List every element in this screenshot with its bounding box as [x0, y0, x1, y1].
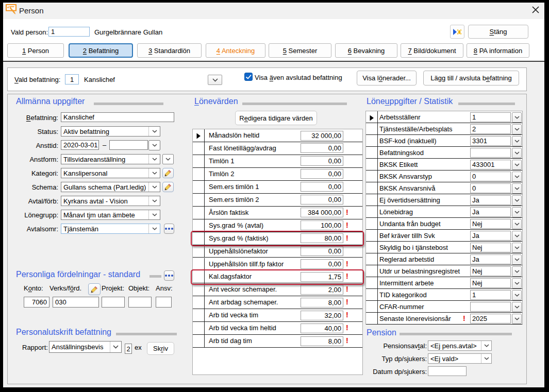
- field-combo[interactable]: Tillsvidareanställning: [61, 154, 160, 164]
- chevron-down-icon[interactable]: [148, 155, 160, 164]
- row-value-input[interactable]: 32,00: [301, 311, 343, 320]
- row-value-input[interactable]: Ja: [470, 254, 511, 264]
- row-value-input[interactable]: [470, 148, 511, 158]
- row-value-input[interactable]: Nej: [470, 243, 511, 252]
- close-window-button[interactable]: Stäng: [468, 25, 528, 39]
- row-value-input[interactable]: 0,00: [301, 156, 343, 166]
- row-dropdown-button[interactable]: [512, 195, 522, 206]
- row-value-input[interactable]: 3301: [470, 136, 511, 146]
- row-value-input[interactable]: 2025: [470, 314, 511, 323]
- personliga-input[interactable]: [156, 297, 172, 308]
- row-dropdown-button[interactable]: [512, 207, 522, 217]
- personliga-input[interactable]: 7060: [24, 297, 49, 308]
- row-value-input[interactable]: 2,00: [301, 285, 343, 295]
- row-dropdown-button[interactable]: [512, 160, 522, 170]
- run-button[interactable]: [450, 25, 464, 39]
- dots-button[interactable]: [164, 224, 174, 234]
- personliga-input[interactable]: [128, 297, 152, 308]
- chevron-down-icon[interactable]: [481, 341, 491, 350]
- pencil-icon[interactable]: [88, 283, 101, 295]
- tab-pa-information[interactable]: 8 PA information: [467, 43, 529, 58]
- ansttid-from-input[interactable]: 2020-03-01: [61, 140, 99, 150]
- ansttid-dropdown-button[interactable]: [148, 140, 160, 150]
- tab-bevakning[interactable]: 6 Bevakning: [335, 43, 397, 58]
- row-dropdown-button[interactable]: [512, 266, 522, 277]
- row-dropdown-button[interactable]: [512, 124, 522, 134]
- tab-semester[interactable]: 5 Semester: [269, 43, 331, 58]
- chevron-down-icon[interactable]: [148, 168, 160, 178]
- row-dropdown-button[interactable]: [512, 231, 522, 241]
- show-ended-checkbox[interactable]: [244, 73, 253, 81]
- field-combo[interactable]: Kanslipersonal: [61, 168, 160, 178]
- personliga-dots-button[interactable]: [164, 270, 174, 281]
- row-value-input[interactable]: 0,00: [301, 143, 343, 153]
- tab-befattning[interactable]: 2 Befattning: [69, 43, 133, 58]
- tab-standardl-n[interactable]: 3 Standardlön: [137, 43, 202, 58]
- row-value-input[interactable]: 1: [470, 112, 511, 122]
- copies-input[interactable]: 2: [125, 344, 132, 354]
- row-value-input[interactable]: 1: [470, 290, 511, 300]
- pencil-icon[interactable]: [162, 182, 174, 192]
- row-value-input[interactable]: [470, 302, 511, 312]
- extra-dropdown-button[interactable]: [162, 154, 174, 164]
- chevron-down-icon[interactable]: [481, 354, 491, 363]
- pencil-icon[interactable]: [162, 168, 174, 178]
- vald-person-input[interactable]: 1: [48, 27, 90, 37]
- row-value-input[interactable]: 0: [470, 183, 511, 193]
- row-dropdown-button[interactable]: [512, 302, 522, 312]
- row-dropdown-button[interactable]: [512, 278, 522, 288]
- row-value-input[interactable]: Nej: [470, 266, 511, 276]
- visa-lonerader-button[interactable]: Visa lönerader...: [357, 71, 417, 86]
- field-combo[interactable]: Kyrkans avtal - Vision: [61, 196, 160, 206]
- redigera-button[interactable]: Redigera tidigare värden: [235, 111, 317, 125]
- row-value-input[interactable]: 0: [470, 172, 511, 181]
- row-value-input[interactable]: 40,00: [301, 323, 343, 333]
- row-value-input[interactable]: Ja: [470, 207, 511, 217]
- row-value-input[interactable]: Ja: [470, 195, 511, 205]
- row-dropdown-button[interactable]: [512, 148, 522, 158]
- personliga-input[interactable]: 030: [53, 297, 99, 308]
- befattning-number-input[interactable]: 1: [65, 74, 79, 84]
- row-value-input[interactable]: Ja: [470, 231, 511, 241]
- befattning-input[interactable]: Kanslichef: [61, 112, 174, 122]
- row-value-input[interactable]: 433001: [470, 160, 511, 169]
- row-value-input[interactable]: 0,00: [301, 195, 343, 204]
- tab-person[interactable]: 1 Person: [7, 43, 64, 58]
- row-value-input[interactable]: Nej: [470, 278, 511, 288]
- chevron-down-icon[interactable]: [110, 342, 121, 352]
- row-value-input[interactable]: 100,00: [301, 220, 343, 230]
- row-value-input[interactable]: Nej: [470, 219, 511, 229]
- row-dropdown-button[interactable]: [512, 136, 522, 146]
- row-value-input[interactable]: 0,00: [301, 259, 343, 269]
- row-value-input[interactable]: 2: [470, 124, 511, 134]
- befattning-dropdown-button[interactable]: [208, 75, 222, 85]
- rapport-combo[interactable]: Anställningsbevis: [49, 341, 122, 353]
- skriv-button[interactable]: Skriv: [147, 342, 174, 355]
- row-value-input[interactable]: 384 000,00: [301, 208, 343, 217]
- row-dropdown-button[interactable]: [512, 290, 522, 300]
- row-value-input[interactable]: 1,75: [301, 272, 343, 282]
- row-value-input[interactable]: 8,00: [301, 298, 343, 308]
- row-dropdown-button[interactable]: [512, 172, 522, 182]
- row-value-input[interactable]: 80,00: [301, 233, 343, 243]
- chevron-down-icon[interactable]: [148, 224, 160, 233]
- chevron-down-icon[interactable]: [148, 196, 160, 206]
- row-dropdown-button[interactable]: [512, 219, 522, 229]
- field-combo[interactable]: Månavl tjm utan ämbete: [61, 210, 160, 220]
- row-dropdown-button[interactable]: [512, 254, 522, 265]
- ansttid-to-input[interactable]: [109, 140, 148, 150]
- chevron-down-icon[interactable]: [148, 210, 160, 219]
- chevron-down-icon[interactable]: [148, 127, 160, 136]
- field-combo[interactable]: Gullans schema (Part.ledig): [61, 182, 160, 192]
- lagg-till-button[interactable]: Lägg till / avsluta befattning: [423, 71, 519, 86]
- tab-anteckning[interactable]: 4 Anteckning: [206, 43, 265, 58]
- field-combo[interactable]: Tjänstemän: [61, 224, 160, 234]
- row-value-input[interactable]: 0,00: [301, 169, 343, 179]
- chevron-down-icon[interactable]: [148, 182, 160, 192]
- field-combo[interactable]: Aktiv befattning: [61, 126, 160, 137]
- pension-combo[interactable]: <Ej vald>: [428, 353, 492, 364]
- row-value-input[interactable]: 8,00: [301, 336, 343, 346]
- close-icon[interactable]: [530, 5, 541, 15]
- row-dropdown-button[interactable]: [512, 243, 522, 253]
- tab-bild-dokument[interactable]: 7 Bild/dokument: [401, 43, 463, 58]
